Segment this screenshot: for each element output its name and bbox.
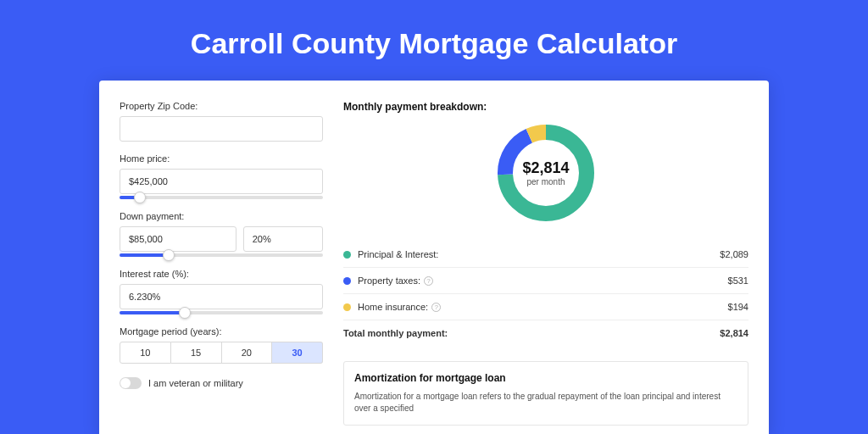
donut-amount: $2,814 [522,159,569,177]
legend-label: Principal & Interest: [358,249,720,259]
period-field: Mortgage period (years): 10152030 [120,326,323,364]
zip-input[interactable] [120,116,323,142]
legend-value: $531 [728,275,748,286]
home-price-label: Home price: [120,153,323,164]
calculator-card: Property Zip Code: Home price: Down paym… [99,81,769,434]
slider-fill [120,253,169,257]
interest-field: Interest rate (%): [120,269,323,314]
legend-row: Home insurance:?$194 [343,293,748,320]
slider-thumb[interactable] [134,192,146,203]
page-title: Carroll County Mortgage Calculator [0,0,868,81]
period-label: Mortgage period (years): [120,326,323,337]
interest-slider[interactable] [120,311,323,314]
down-payment-label: Down payment: [120,211,323,221]
legend-row: Property taxes:?$531 [343,267,748,293]
legend-label: Property taxes:? [358,275,728,286]
interest-label: Interest rate (%): [120,269,323,279]
slider-thumb[interactable] [163,249,175,261]
info-icon[interactable]: ? [431,303,441,312]
down-payment-slider[interactable] [120,253,323,257]
legend-dot [343,303,351,311]
legend-row: Principal & Interest:$2,089 [343,242,748,267]
period-option-20[interactable]: 20 [222,342,273,364]
info-icon[interactable]: ? [424,276,433,286]
down-payment-pct-input[interactable] [243,226,323,252]
total-value: $2,814 [720,328,748,338]
veteran-toggle[interactable] [120,377,142,389]
donut-center: $2,814 per month [492,120,599,226]
amortization-card: Amortization for mortgage loan Amortizat… [343,361,748,426]
toggle-knob [120,378,131,388]
period-option-30[interactable]: 30 [272,342,323,364]
home-price-input[interactable] [120,169,323,194]
donut-wrap: $2,814 per month [343,120,748,226]
home-price-slider[interactable] [120,196,323,199]
period-segmented: 10152030 [120,342,323,364]
down-payment-amount-input[interactable] [120,226,236,252]
legend-dot [343,277,351,285]
home-price-field: Home price: [120,153,323,199]
breakdown-panel: Monthly payment breakdown: $2,814 per mo… [343,101,748,416]
legend-value: $2,089 [720,249,748,259]
zip-label: Property Zip Code: [120,101,323,111]
period-option-15[interactable]: 15 [171,342,222,364]
amortization-title: Amortization for mortgage loan [354,372,737,384]
veteran-label: I am veteran or military [148,378,243,388]
legend-value: $194 [728,302,748,312]
veteran-row: I am veteran or military [120,377,323,389]
legend-label: Home insurance:? [358,302,728,312]
zip-field: Property Zip Code: [120,101,323,142]
input-panel: Property Zip Code: Home price: Down paym… [120,101,323,416]
donut-sub: per month [526,177,565,186]
interest-input[interactable] [120,284,323,309]
legend-dot [343,251,351,259]
slider-thumb[interactable] [179,307,191,319]
legend: Principal & Interest:$2,089Property taxe… [343,242,748,346]
amortization-text: Amortization for a mortgage loan refers … [354,391,737,415]
down-payment-field: Down payment: [120,211,323,257]
slider-fill [120,311,185,314]
period-option-10[interactable]: 10 [120,342,171,364]
total-label: Total monthly payment: [343,328,720,338]
breakdown-title: Monthly payment breakdown: [343,101,748,113]
legend-total-row: Total monthly payment:$2,814 [343,320,748,346]
donut-chart: $2,814 per month [492,120,599,226]
